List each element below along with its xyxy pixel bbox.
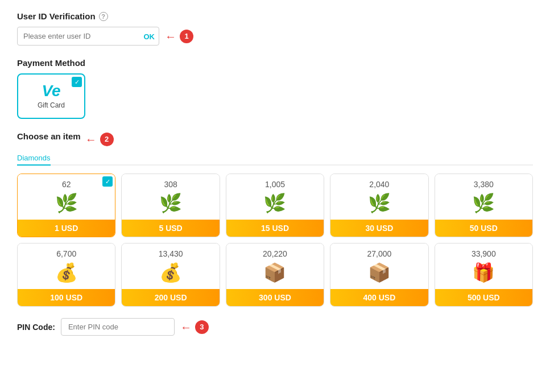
item-card[interactable]: 13,430 💰 200 USD — [121, 243, 220, 307]
item-price: 300 USD — [226, 289, 324, 306]
choose-title-text: Choose an item — [17, 131, 81, 141]
item-icon: 💰 — [127, 262, 213, 283]
item-price: 500 USD — [435, 289, 532, 306]
items-grid: 62 🌿 1 USD ✓ 308 🌿 5 USD 1,005 🌿 15 USD … — [17, 174, 533, 307]
circle-num-1: 1 — [180, 30, 193, 43]
item-price: 50 USD — [435, 220, 532, 237]
item-count: 6,700 — [23, 249, 109, 258]
item-count: 20,220 — [232, 249, 318, 258]
item-price: 1 USD — [18, 220, 115, 237]
item-icon: 💰 — [23, 262, 109, 283]
item-count: 62 — [23, 180, 109, 189]
gift-card-checkmark: ✓ — [72, 77, 82, 87]
tab-diamonds[interactable]: Diamonds — [17, 151, 51, 166]
item-card[interactable]: 20,220 📦 300 USD — [226, 243, 324, 307]
gift-card-logo: Ve — [42, 83, 60, 99]
pin-input[interactable] — [61, 318, 175, 336]
item-card[interactable]: 308 🌿 5 USD — [121, 174, 220, 237]
payment-method-title: Payment Method — [17, 58, 533, 68]
choose-header: Choose an item ← 2 — [17, 131, 533, 147]
item-count: 2,040 — [336, 180, 422, 189]
item-selected-check: ✓ — [102, 176, 113, 187]
ok-button[interactable]: OK — [144, 32, 155, 40]
item-icon: 🎁 — [441, 262, 527, 283]
item-card[interactable]: 27,000 📦 400 USD — [330, 243, 428, 307]
user-id-section: User ID Verification ? OK ← 1 — [17, 11, 533, 46]
pin-label: PIN Code: — [17, 323, 55, 332]
user-id-title-text: User ID Verification — [17, 11, 96, 21]
item-price: 15 USD — [226, 220, 324, 237]
item-icon: 🌿 — [127, 192, 213, 214]
annotation-1: ← 1 — [165, 30, 193, 43]
gift-card-option[interactable]: ✓ Ve Gift Card — [17, 73, 85, 119]
item-card[interactable]: 62 🌿 1 USD ✓ — [17, 174, 115, 237]
payment-method-section: Payment Method ✓ Ve Gift Card — [17, 58, 533, 119]
item-price: 30 USD — [330, 220, 428, 237]
payment-cards: ✓ Ve Gift Card — [17, 73, 533, 119]
item-card[interactable]: 2,040 🌿 30 USD — [330, 174, 428, 237]
payment-title-text: Payment Method — [17, 58, 85, 68]
item-icon: 🌿 — [336, 192, 422, 214]
tabs-row: Diamonds — [17, 151, 533, 166]
item-card[interactable]: 6,700 💰 100 USD — [17, 243, 115, 307]
circle-num-3: 3 — [195, 320, 209, 334]
user-id-input-wrap: OK — [17, 27, 159, 46]
help-icon[interactable]: ? — [99, 12, 108, 21]
gift-card-label: Gift Card — [38, 101, 65, 109]
pin-section: PIN Code: ← 3 — [17, 318, 533, 336]
item-card[interactable]: 3,380 🌿 50 USD — [435, 174, 533, 237]
item-icon: 🌿 — [441, 192, 527, 214]
choose-item-section: Choose an item ← 2 Diamonds 62 🌿 1 USD ✓… — [17, 131, 533, 307]
annotation-2: ← 2 — [85, 133, 114, 146]
item-count: 33,900 — [441, 249, 527, 258]
item-icon: 🌿 — [23, 192, 109, 214]
arrow-icon-2: ← — [85, 134, 97, 145]
item-count: 3,380 — [441, 180, 527, 189]
item-price: 200 USD — [122, 289, 219, 306]
item-card[interactable]: 1,005 🌿 15 USD — [226, 174, 324, 237]
item-count: 13,430 — [127, 249, 213, 258]
item-count: 308 — [127, 180, 213, 189]
user-id-title: User ID Verification ? — [17, 11, 533, 21]
item-price: 100 USD — [18, 289, 115, 306]
item-icon: 📦 — [336, 262, 422, 283]
arrow-icon-3: ← — [180, 321, 192, 333]
item-icon: 📦 — [232, 262, 318, 283]
user-id-input[interactable] — [17, 27, 159, 46]
circle-num-2: 2 — [100, 133, 114, 146]
item-price: 400 USD — [330, 289, 428, 306]
choose-title: Choose an item — [17, 131, 81, 141]
item-count: 1,005 — [232, 180, 318, 189]
item-card[interactable]: 33,900 🎁 500 USD — [435, 243, 533, 307]
item-price: 5 USD — [122, 220, 219, 237]
item-icon: 🌿 — [232, 192, 318, 214]
arrow-icon-1: ← — [165, 31, 176, 42]
annotation-3: ← 3 — [180, 320, 209, 334]
item-count: 27,000 — [336, 249, 422, 258]
user-id-row: OK ← 1 — [17, 27, 533, 46]
